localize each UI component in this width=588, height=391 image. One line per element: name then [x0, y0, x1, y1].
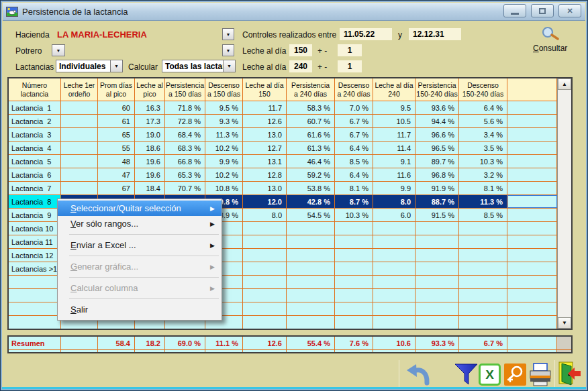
table-cell[interactable]: 53.8 % [287, 182, 335, 194]
table-cell[interactable]: 18.6 [135, 142, 165, 154]
table-cell[interactable] [287, 262, 335, 275]
table-cell[interactable] [415, 276, 459, 288]
table-cell[interactable]: 8.1 % [335, 182, 373, 194]
table-cell[interactable]: 48 [98, 155, 135, 168]
table-cell[interactable]: 13.1 [243, 155, 287, 168]
table-cell[interactable]: 42.8 % [287, 195, 335, 208]
table-cell[interactable] [243, 222, 287, 235]
row-label-cell[interactable]: Lactancia 1 [9, 101, 61, 114]
chevron-down-icon[interactable]: ▼ [223, 60, 235, 72]
table-cell[interactable]: 68.3 % [165, 142, 205, 154]
undo-button[interactable] [405, 361, 432, 388]
table-cell[interactable]: 10.3 % [459, 155, 507, 168]
table-cell[interactable]: 9.9 [373, 182, 415, 194]
table-cell[interactable]: 96.6 % [415, 128, 459, 141]
table-cell[interactable] [507, 168, 557, 181]
table-cell[interactable]: 8.7 % [335, 195, 373, 208]
table-cell[interactable] [459, 289, 507, 302]
table-cell[interactable]: 17.3 [135, 115, 165, 127]
table-cell[interactable] [415, 249, 459, 262]
row-label-cell[interactable]: Lactancia 8 [9, 195, 61, 208]
column-header[interactable]: Leche 1er ordeño [61, 78, 98, 101]
table-cell[interactable]: 19.6 [135, 168, 165, 181]
table-cell[interactable]: 96.8 % [415, 168, 459, 181]
table-cell[interactable] [373, 302, 415, 315]
column-header[interactable] [507, 78, 557, 101]
table-cell[interactable] [335, 249, 373, 262]
row-label-cell[interactable]: Lactancia 10 [9, 222, 61, 235]
row-label-cell[interactable] [9, 302, 61, 315]
column-header[interactable]: Descenso 150-240 días [459, 78, 507, 101]
maximize-button[interactable] [531, 4, 554, 17]
table-cell[interactable]: 68.4 % [165, 128, 205, 141]
table-cell[interactable] [373, 222, 415, 235]
table-cell[interactable] [507, 302, 557, 315]
menu-item[interactable]: Salir [58, 302, 222, 317]
table-cell[interactable]: 11.4 [373, 142, 415, 154]
table-cell[interactable] [507, 235, 557, 248]
table-cell[interactable] [373, 276, 415, 288]
table-cell[interactable] [415, 222, 459, 235]
table-cell[interactable]: 11.7 [373, 128, 415, 141]
table-cell[interactable] [459, 262, 507, 275]
column-header[interactable]: Persistencia a 150 días [165, 78, 205, 101]
table-cell[interactable]: 19.0 [135, 128, 165, 141]
row-label-cell[interactable]: Lactancia 5 [9, 155, 61, 168]
table-cell[interactable]: 71.8 % [165, 101, 205, 114]
table-cell[interactable]: 3.5 % [459, 142, 507, 154]
date-from-field[interactable]: 11.05.22 [340, 28, 392, 40]
filter-button[interactable] [454, 364, 479, 389]
table-cell[interactable] [335, 222, 373, 235]
table-cell[interactable] [243, 316, 287, 329]
table-cell[interactable] [287, 235, 335, 248]
table-cell[interactable] [61, 115, 98, 127]
table-cell[interactable]: 11.3 % [205, 128, 243, 141]
table-cell[interactable]: 93.6 % [415, 101, 459, 114]
table-cell[interactable]: 89.7 % [415, 155, 459, 168]
column-header[interactable]: Leche al pico [135, 78, 165, 101]
table-cell[interactable] [507, 249, 557, 262]
column-header[interactable]: Persistencia a 240 días [287, 78, 335, 101]
table-cell[interactable] [243, 235, 287, 248]
table-cell[interactable] [335, 289, 373, 302]
row-label-cell[interactable]: Lactancia 4 [9, 142, 61, 154]
potrero-dropdown-button[interactable]: ▼ [52, 44, 65, 56]
table-cell[interactable]: 8.5 % [335, 155, 373, 168]
table-cell[interactable] [507, 316, 557, 329]
table-cell[interactable]: 9.9 % [205, 155, 243, 168]
table-cell[interactable]: 91.5 % [415, 209, 459, 221]
leche-240-field[interactable]: 240 [289, 60, 312, 72]
scroll-up-button[interactable]: ▲ [558, 78, 571, 90]
table-cell[interactable]: 10.2 % [205, 142, 243, 154]
row-label-cell[interactable]: Lactancia 12 [9, 249, 61, 262]
table-cell[interactable] [243, 249, 287, 262]
vertical-scrollbar[interactable]: ▲ ▼ [557, 78, 571, 329]
hacienda-dropdown-button[interactable]: ▼ [222, 28, 234, 40]
menu-item[interactable]: Enviar a Excel ...▶ [58, 237, 222, 253]
table-cell[interactable]: 6.4 % [335, 168, 373, 181]
menu-item[interactable]: Ver sólo rangos...▶ [58, 216, 222, 231]
table-cell[interactable] [287, 289, 335, 302]
table-cell[interactable]: 65.3 % [165, 168, 205, 181]
table-cell[interactable]: 88.7 % [415, 195, 459, 208]
table-cell[interactable]: 61 [98, 115, 135, 127]
table-cell[interactable] [459, 276, 507, 288]
table-cell[interactable] [507, 262, 557, 275]
table-cell[interactable] [507, 222, 557, 235]
table-cell[interactable]: 16.3 [135, 101, 165, 114]
table-cell[interactable] [335, 262, 373, 275]
column-header[interactable]: Leche al día 150 [243, 78, 287, 101]
table-cell[interactable]: 8.1 % [459, 182, 507, 194]
table-cell[interactable]: 96.5 % [415, 142, 459, 154]
row-label-cell[interactable]: Lactancia 2 [9, 115, 61, 127]
consultar-label[interactable]: Consultar [533, 44, 567, 53]
table-cell[interactable]: 60 [98, 101, 135, 114]
table-cell[interactable]: 10.5 [373, 115, 415, 127]
row-label-cell[interactable] [9, 276, 61, 288]
table-cell[interactable]: 12.8 [243, 168, 287, 181]
table-cell[interactable]: 13.0 [243, 182, 287, 194]
chevron-down-icon[interactable]: ▼ [110, 60, 122, 72]
table-cell[interactable]: 6.4 % [335, 142, 373, 154]
potrero-dropdown-button-2[interactable]: ▼ [222, 44, 234, 56]
row-label-cell[interactable]: Lactancia 3 [9, 128, 61, 141]
